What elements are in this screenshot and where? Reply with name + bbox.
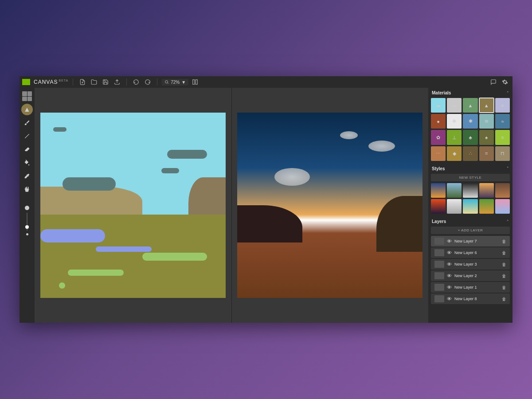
style-dusk-peaks[interactable] (479, 183, 494, 198)
layer-row[interactable]: 👁New Layer 6🗑 (431, 247, 510, 258)
delete-layer-icon[interactable]: 🗑 (502, 239, 506, 244)
styles-title: Styles (432, 166, 445, 171)
style-tropical[interactable] (463, 199, 477, 214)
layer-row[interactable]: 👁New Layer 1🗑 (431, 282, 510, 293)
layer-name: New Layer 7 (454, 239, 499, 243)
segmentation-canvas[interactable] (40, 113, 226, 298)
new-style-button[interactable]: NEW STYLE (431, 174, 510, 181)
style-autumn[interactable] (479, 199, 494, 214)
layer-row[interactable]: 👁New Layer 2🗑 (431, 270, 510, 281)
save-button[interactable] (101, 77, 110, 87)
materials-header[interactable]: Materials ˄ (428, 88, 512, 98)
layer-row[interactable]: 👁New Layer 3🗑 (431, 259, 510, 270)
material-mountain[interactable]: ▲ (463, 98, 477, 113)
chevron-up-icon: ˄ (507, 166, 509, 171)
zoom-control[interactable]: 72% ▼ (162, 79, 188, 86)
material-hill[interactable]: ▲ (479, 98, 494, 113)
eyedropper-tool[interactable] (21, 170, 33, 182)
app-window: CANVASBETA 72% ▼ ▲ (20, 76, 512, 323)
material-wood[interactable]: ≡ (495, 130, 510, 145)
layer-list: 👁New Layer 7🗑👁New Layer 6🗑👁New Layer 3🗑👁… (428, 236, 512, 305)
layer-thumbnail (434, 295, 444, 302)
style-canyon[interactable] (495, 183, 510, 198)
layer-name: New Layer 1 (454, 285, 499, 289)
app-title: CANVASBETA (34, 79, 68, 85)
material-flower[interactable]: ✿ (431, 130, 446, 145)
material-cloud[interactable]: ☁ (447, 98, 462, 113)
delete-layer-icon[interactable]: 🗑 (502, 297, 506, 301)
style-alpine[interactable] (447, 183, 462, 198)
delete-layer-icon[interactable]: 🗑 (502, 262, 506, 267)
material-water[interactable]: ✱ (463, 114, 477, 129)
sketch-pane[interactable] (35, 88, 231, 323)
chevron-up-icon: ˄ (507, 219, 509, 224)
styles-header[interactable]: Styles ˄ (428, 164, 512, 174)
settings-button[interactable] (500, 77, 510, 87)
titlebar: CANVASBETA 72% ▼ (20, 76, 512, 88)
layer-thumbnail (434, 249, 444, 256)
material-sky[interactable]: ☁ (431, 98, 446, 113)
zoom-value: 72% (171, 80, 180, 85)
material-dirt[interactable]: ● (431, 114, 446, 129)
style-arctic[interactable] (463, 183, 477, 198)
redo-button[interactable] (143, 77, 153, 87)
style-sunset-cliff[interactable] (431, 183, 446, 198)
new-file-button[interactable] (78, 77, 87, 87)
material-gravel[interactable]: ∴ (463, 146, 477, 161)
pan-tool[interactable] (21, 184, 33, 195)
styles-grid (428, 183, 512, 216)
material-tree[interactable]: ♠ (479, 130, 494, 145)
material-fog[interactable]: ≡ (495, 98, 510, 113)
palette-grid-button[interactable] (21, 90, 33, 102)
layer-name: New Layer 6 (454, 250, 499, 255)
size-min-icon (26, 233, 28, 235)
export-button[interactable] (112, 77, 122, 87)
delete-layer-icon[interactable]: 🗑 (502, 274, 506, 278)
visibility-icon[interactable]: 👁 (447, 273, 452, 278)
material-sand[interactable]: ⋯ (431, 146, 446, 161)
split-view-button[interactable] (190, 77, 200, 87)
style-winter[interactable] (447, 199, 462, 214)
layers-title: Layers (432, 219, 446, 224)
fill-tool[interactable] (21, 157, 33, 168)
add-layer-button[interactable]: + ADD LAYER (431, 227, 510, 234)
material-rock[interactable]: ◆ (447, 146, 462, 161)
undo-button[interactable] (131, 77, 141, 87)
layer-row[interactable]: 👁New Layer 8🗑 (431, 293, 510, 304)
eraser-tool[interactable] (21, 144, 33, 155)
layer-row[interactable]: 👁New Layer 7🗑 (431, 236, 510, 246)
visibility-icon[interactable]: 👁 (447, 296, 452, 301)
render-pane[interactable] (231, 88, 429, 323)
tool-rail: ▲ (20, 88, 35, 323)
size-max-icon (25, 206, 29, 210)
chevron-down-icon: ▼ (181, 80, 186, 85)
layer-thumbnail (434, 261, 444, 268)
style-pastel[interactable] (495, 199, 510, 214)
material-bush[interactable]: ♣ (463, 130, 477, 145)
visibility-icon[interactable]: 👁 (447, 239, 452, 244)
right-panel: Materials ˄ ☁☁▲▲≡●❄✱≋≈✿⊥♣♠≡⋯◆∴=⊓ Styles … (428, 88, 512, 323)
line-tool[interactable] (21, 130, 33, 142)
material-preview[interactable]: ▲ (21, 104, 33, 115)
layers-header[interactable]: Layers ˄ (428, 216, 512, 227)
material-river[interactable]: ≈ (495, 114, 510, 129)
open-file-button[interactable] (89, 77, 99, 87)
visibility-icon[interactable]: 👁 (447, 262, 452, 267)
material-sea[interactable]: ≋ (479, 114, 494, 129)
delete-layer-icon[interactable]: 🗑 (502, 250, 506, 255)
layer-name: New Layer 8 (454, 297, 499, 301)
material-snow[interactable]: ❄ (447, 114, 462, 129)
visibility-icon[interactable]: 👁 (447, 285, 452, 290)
nvidia-logo-icon (22, 79, 30, 85)
style-fire-sunset[interactable] (431, 199, 446, 214)
material-road[interactable]: = (479, 146, 494, 161)
slider-handle[interactable] (25, 225, 29, 229)
delete-layer-icon[interactable]: 🗑 (502, 285, 506, 290)
material-stone[interactable]: ⊓ (495, 146, 510, 161)
material-grass[interactable]: ⊥ (447, 130, 462, 145)
layer-name: New Layer 3 (454, 262, 499, 266)
visibility-icon[interactable]: 👁 (447, 250, 452, 255)
brush-tool[interactable] (21, 117, 33, 129)
feedback-button[interactable] (489, 77, 498, 87)
brush-size-slider[interactable] (25, 206, 29, 235)
